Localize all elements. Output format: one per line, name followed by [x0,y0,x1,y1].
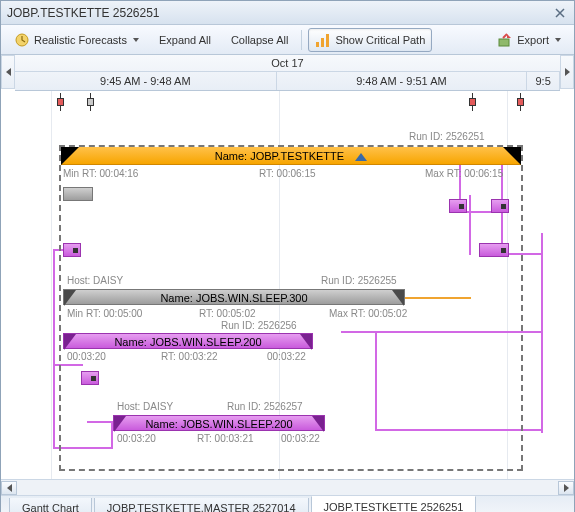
marker-icon [57,93,64,111]
scroll-track[interactable] [17,481,558,495]
host-label: Host: DAISY [117,401,173,412]
time-label: 00:03:22 [281,433,320,444]
tab-testkette[interactable]: JOBP.TESTKETTE 2526251 [311,496,477,512]
dropdown-icon [133,38,139,42]
collapse-icon[interactable] [355,153,367,161]
max-rt-label: Max RT: 00:05:02 [329,308,407,319]
max-rt-label: Max RT: 00:06:15 [425,168,503,179]
gantt-node[interactable] [479,243,509,257]
gantt-link [53,249,55,449]
rt-label: RT: 00:05:02 [199,308,256,319]
rt-label: RT: 00:03:22 [161,351,218,362]
chevron-right-icon [564,484,569,492]
close-icon[interactable] [552,5,568,21]
svg-rect-3 [326,34,329,47]
separator [301,30,302,50]
min-rt-label: Min RT: 00:04:16 [63,168,138,179]
time-label: 00:03:20 [67,351,106,362]
job-header[interactable]: Name: JOBP.TESTKETTE [61,147,521,165]
tab-label: Gantt Chart [22,502,79,512]
time-label: 00:03:22 [267,351,306,362]
run-id-label: Run ID: 2526256 [221,320,297,331]
min-rt-label: Min RT: 00:05:00 [67,308,142,319]
chevron-left-icon [7,484,12,492]
marker-icon [469,93,476,111]
timeline: Oct 17 9:45 AM - 9:48 AM 9:48 AM - 9:51 … [1,55,574,91]
time-label: 00:03:20 [117,433,156,444]
forecast-icon [14,32,30,48]
collapse-all-button[interactable]: Collapse All [224,30,295,50]
svg-rect-2 [321,38,324,47]
run-id-label: Run ID: 2526257 [227,401,303,412]
critical-path-button[interactable]: Show Critical Path [308,28,432,52]
timeline-slot: 9:48 AM - 9:51 AM [277,72,528,90]
expand-all-button[interactable]: Expand All [152,30,218,50]
job-name: Name: JOBS.WIN.SLEEP.200 [114,336,261,348]
scrollbar-horizontal[interactable] [1,479,574,495]
timeline-next-button[interactable] [560,55,574,89]
job-bar[interactable]: Name: JOBS.WIN.SLEEP.300 [63,289,405,305]
tabs: Gantt Chart JOBP.TESTKETTE.MASTER 252701… [1,495,574,512]
gantt-node[interactable] [491,199,509,213]
timeline-prev-button[interactable] [1,55,15,89]
gantt-node[interactable] [63,243,81,257]
job-name: Name: JOBP.TESTKETTE [215,150,344,162]
rt-label: RT: 00:06:15 [259,168,316,179]
host-label: Host: DAISY [67,275,123,286]
window-title: JOBP.TESTKETTE 2526251 [7,6,552,20]
forecasts-label: Realistic Forecasts [34,34,127,46]
timeline-slot: 9:5 [527,72,560,90]
timeline-slot: 9:45 AM - 9:48 AM [15,72,277,90]
forecasts-button[interactable]: Realistic Forecasts [7,28,146,52]
export-button[interactable]: Export [490,28,568,52]
tab-gantt-chart[interactable]: Gantt Chart [9,498,92,512]
job-bar[interactable]: Name: JOBS.WIN.SLEEP.200 [63,333,313,349]
chevron-left-icon [6,68,11,76]
scroll-left-button[interactable] [1,481,17,495]
export-label: Export [517,34,549,46]
gantt-link [541,233,543,433]
rt-label: RT: 00:03:21 [197,433,254,444]
window: JOBP.TESTKETTE 2526251 Realistic Forecas… [0,0,575,512]
export-icon [497,32,513,48]
expand-all-label: Expand All [159,34,211,46]
run-id-label: Run ID: 2526251 [409,131,485,142]
gantt-chart[interactable]: Run ID: 2526251 Name: JOBP.TESTKETTE Min… [1,91,574,479]
gantt-node[interactable] [81,371,99,385]
marker-icon [87,93,94,111]
collapse-all-label: Collapse All [231,34,288,46]
tab-label: JOBP.TESTKETTE.MASTER 2527014 [107,502,296,512]
toolbar: Realistic Forecasts Expand All Collapse … [1,25,574,55]
tab-master[interactable]: JOBP.TESTKETTE.MASTER 2527014 [94,498,309,512]
run-id-label: Run ID: 2526255 [321,275,397,286]
marker-icon [517,93,524,111]
chevron-right-icon [565,68,570,76]
titlebar: JOBP.TESTKETTE 2526251 [1,1,574,25]
marker-row [1,91,574,113]
job-name: Name: JOBS.WIN.SLEEP.200 [145,418,292,430]
svg-rect-4 [499,39,509,46]
job-bar[interactable]: Name: JOBS.WIN.SLEEP.200 [113,415,325,431]
dropdown-icon [555,38,561,42]
critical-path-icon [315,32,331,48]
tab-label: JOBP.TESTKETTE 2526251 [324,501,464,512]
svg-rect-1 [316,42,319,47]
timeline-slots: 9:45 AM - 9:48 AM 9:48 AM - 9:51 AM 9:5 [15,72,560,90]
gantt-bar[interactable] [63,187,93,201]
scroll-right-button[interactable] [558,481,574,495]
job-name: Name: JOBS.WIN.SLEEP.300 [160,292,307,304]
gantt-node[interactable] [449,199,467,213]
timeline-date: Oct 17 [15,55,560,72]
critical-path-label: Show Critical Path [335,34,425,46]
